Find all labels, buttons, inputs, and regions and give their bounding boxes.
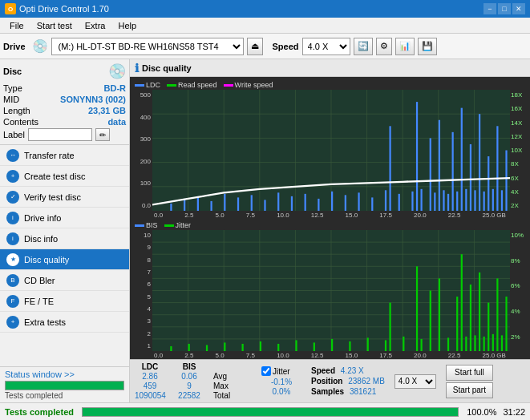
svg-rect-91 bbox=[439, 278, 440, 351]
svg-rect-94 bbox=[461, 254, 463, 351]
svg-rect-16 bbox=[197, 196, 199, 211]
svg-rect-18 bbox=[224, 194, 225, 211]
total-bis: 22582 bbox=[168, 391, 210, 400]
contents-value: data bbox=[107, 117, 126, 127]
extra-tests-icon: + bbox=[6, 316, 19, 329]
sidebar-item-create-test-disc[interactable]: + Create test disc bbox=[0, 166, 129, 187]
sidebar-item-disc-info[interactable]: i Disc info bbox=[0, 228, 129, 249]
drive-icon: 💿 bbox=[32, 38, 48, 54]
jitter-checkbox[interactable] bbox=[261, 366, 271, 376]
svg-rect-80 bbox=[295, 340, 297, 351]
avg-label: Avg bbox=[213, 372, 252, 381]
menu-help[interactable]: Help bbox=[111, 19, 143, 32]
label-label: Label bbox=[3, 130, 25, 139]
svg-rect-82 bbox=[331, 339, 333, 351]
start-full-button[interactable]: Start full bbox=[446, 365, 493, 381]
speed-dropdown[interactable]: 4.0 X2.0 X8.0 X bbox=[394, 374, 436, 389]
contents-label: Contents bbox=[3, 117, 38, 127]
progress-container bbox=[5, 381, 124, 390]
svg-rect-44 bbox=[465, 189, 467, 211]
sidebar-item-transfer-rate[interactable]: ↔ Transfer rate bbox=[0, 145, 129, 166]
nav-label-create-test-disc: Create test disc bbox=[24, 172, 85, 181]
sidebar-item-verify-test-disc[interactable]: ✓ Verify test disc bbox=[0, 187, 129, 208]
nav-label-disc-quality: Disc quality bbox=[24, 255, 69, 265]
disc-section-title: Disc bbox=[3, 67, 22, 76]
svg-rect-77 bbox=[242, 344, 244, 351]
svg-rect-27 bbox=[345, 195, 346, 211]
svg-rect-20 bbox=[251, 195, 253, 211]
ldc-legend-label: LDC bbox=[146, 81, 160, 89]
ldc-col-header: LDC bbox=[135, 362, 165, 371]
status-window-link[interactable]: Status window >> bbox=[5, 370, 75, 379]
transfer-rate-icon: ↔ bbox=[6, 149, 19, 162]
menu-extra[interactable]: Extra bbox=[79, 19, 112, 32]
nav-items: ↔ Transfer rate + Create test disc ✓ Ver… bbox=[0, 145, 129, 366]
length-label: Length bbox=[3, 106, 30, 115]
create-test-disc-icon: + bbox=[6, 170, 19, 183]
graph-button[interactable]: 📊 bbox=[395, 38, 415, 55]
svg-rect-97 bbox=[474, 335, 475, 351]
start-part-button[interactable]: Start part bbox=[446, 382, 493, 398]
refresh-button[interactable]: 🔄 bbox=[354, 38, 373, 55]
mid-value: SONYNN3 (002) bbox=[60, 95, 126, 104]
svg-rect-14 bbox=[170, 204, 172, 211]
label-edit-button[interactable]: ✏ bbox=[95, 128, 110, 141]
bottom-percent: 100.0% bbox=[467, 407, 496, 417]
nav-label-fe-te: FE / TE bbox=[24, 297, 54, 306]
sidebar-item-cd-bler[interactable]: B CD Bler bbox=[0, 270, 129, 291]
svg-rect-53 bbox=[505, 151, 507, 212]
menu-start-test[interactable]: Start test bbox=[30, 19, 79, 32]
stats-section: LDC BIS 2.86 0.06 Avg 459 9 Max 1090054 … bbox=[130, 359, 530, 402]
label-input[interactable] bbox=[28, 128, 92, 141]
disc-image-icon: 💿 bbox=[108, 63, 126, 80]
svg-rect-23 bbox=[291, 196, 293, 211]
nav-label-transfer-rate: Transfer rate bbox=[24, 151, 75, 160]
svg-rect-28 bbox=[358, 192, 359, 211]
disc-info-icon: i bbox=[6, 232, 19, 245]
chart1-y-right: 18X16X14X12X10X8X6X4X2X bbox=[511, 90, 528, 211]
app-title: Opti Drive Control 1.70 bbox=[19, 4, 109, 14]
speed-stat-value: 4.23 X bbox=[341, 366, 364, 375]
svg-rect-46 bbox=[474, 190, 475, 211]
speed-select[interactable]: 4.0 X 2.0 X 8.0 X bbox=[302, 38, 350, 55]
speed-stat-label: Speed bbox=[311, 366, 335, 375]
disc-quality-header-icon: ℹ bbox=[135, 62, 139, 75]
close-button[interactable]: ✕ bbox=[512, 3, 525, 14]
mid-label: MID bbox=[3, 95, 19, 104]
max-label: Max bbox=[213, 382, 252, 390]
eject-button[interactable]: ⏏ bbox=[247, 38, 263, 55]
sidebar-item-extra-tests[interactable]: + Extra tests bbox=[0, 312, 129, 333]
bottom-progress-bar bbox=[83, 408, 458, 416]
drive-select[interactable]: (M:) HL-DT-ST BD-RE WH16NS58 TST4 bbox=[51, 38, 244, 55]
read-legend-color bbox=[167, 84, 176, 87]
svg-rect-36 bbox=[430, 138, 431, 211]
fe-te-icon: F bbox=[6, 295, 19, 308]
svg-rect-101 bbox=[492, 334, 494, 351]
position-label: Position bbox=[311, 377, 342, 386]
drive-info-icon: i bbox=[6, 212, 19, 224]
content-area: ℹ Disc quality LDC Read speed bbox=[130, 59, 530, 402]
svg-rect-102 bbox=[496, 278, 498, 351]
svg-rect-90 bbox=[430, 291, 431, 352]
minimize-button[interactable]: − bbox=[483, 3, 496, 14]
avg-ldc: 2.86 bbox=[135, 372, 165, 381]
cd-bler-icon: B bbox=[6, 274, 19, 287]
svg-rect-95 bbox=[465, 337, 467, 351]
sidebar-item-disc-quality[interactable]: ★ Disc quality bbox=[0, 249, 129, 270]
maximize-button[interactable]: □ bbox=[498, 3, 511, 14]
menu-file[interactable]: File bbox=[3, 19, 30, 32]
sidebar-item-drive-info[interactable]: i Drive info bbox=[0, 208, 129, 228]
svg-rect-52 bbox=[501, 190, 503, 211]
svg-rect-103 bbox=[501, 335, 503, 351]
bis-legend-label: BIS bbox=[146, 221, 158, 229]
svg-rect-21 bbox=[264, 200, 265, 211]
svg-rect-15 bbox=[184, 199, 185, 211]
disc-quality-icon: ★ bbox=[6, 253, 19, 266]
bis-col-header: BIS bbox=[168, 362, 210, 371]
svg-rect-39 bbox=[443, 190, 444, 211]
save-button[interactable]: 💾 bbox=[418, 38, 437, 55]
sidebar-item-fe-te[interactable]: F FE / TE bbox=[0, 291, 129, 312]
settings-button[interactable]: ⚙ bbox=[376, 38, 392, 55]
chart2-y-left: 10987654321 bbox=[131, 230, 152, 351]
main-layout: Disc 💿 Type BD-R MID SONYNN3 (002) Lengt… bbox=[0, 59, 530, 402]
